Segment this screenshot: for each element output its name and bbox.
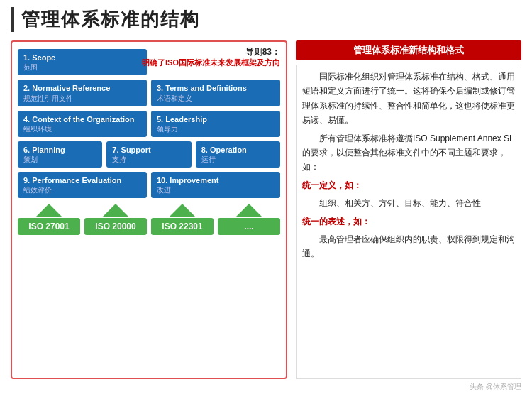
cell-support: 7. Support 支持 — [106, 141, 191, 168]
right-section-title-1: 统一定义，如： — [302, 178, 515, 192]
left-panel: 导则83： 明确了ISO国际标准未来发展框架及方向 1. Scope 范围 2.… — [11, 40, 287, 379]
cell-normative-sub: 规范性引用文件 — [23, 94, 141, 103]
cell-performance: 9. Performance Evaluation 绩效评价 — [18, 172, 147, 198]
cell-performance-title: 9. Performance Evaluation — [23, 175, 141, 185]
right-section-content-1: 组织、相关方、方针、目标、能力、符合性 — [302, 196, 515, 210]
cell-leadership: 5. Leadership 领导力 — [151, 111, 280, 137]
iso-badge-4: .... — [218, 218, 280, 235]
arrow-icon-4 — [236, 204, 262, 217]
cell-normative: 2. Normative Reference 规范性引用文件 — [18, 80, 147, 106]
cell-context-title: 4. Context of the Organization — [23, 114, 141, 124]
cell-leadership-sub: 领导力 — [157, 124, 275, 133]
cell-improvement-title: 10. Improvement — [157, 175, 275, 185]
title-row: 管理体系标准的结构 — [11, 7, 521, 32]
content-area: 导则83： 明确了ISO国际标准未来发展框架及方向 1. Scope 范围 2.… — [11, 40, 521, 379]
cell-terms-sub: 术语和定义 — [157, 94, 275, 103]
footer-watermark: 头条 @体系管理 — [470, 382, 521, 392]
cell-improvement-sub: 改进 — [157, 185, 275, 195]
cell-planning: 6. Planning 策划 — [18, 141, 102, 168]
cell-context: 4. Context of the Organization 组织环境 — [18, 111, 147, 137]
grid-row-3: 4. Context of the Organization 组织环境 5. L… — [18, 111, 280, 137]
arrow-icon-3 — [170, 204, 195, 217]
grid-rows: 1. Scope 范围 2. Normative Reference 规范性引用… — [18, 49, 280, 198]
iso-badge-3: ISO 22301 — [151, 218, 214, 235]
right-body: 国际标准化组织对管理体系标准在结构、格式、通用短语和定义方面进行了统一。这将确保… — [296, 65, 521, 379]
right-panel: 管理体系标准新结构和格式 国际标准化组织对管理体系标准在结构、格式、通用短语和定… — [296, 40, 521, 379]
cell-scope-title: 1. Scope — [23, 53, 141, 62]
footer: 头条 @体系管理 — [11, 382, 521, 392]
iso-badge-2: ISO 20000 — [84, 218, 147, 235]
cell-scope: 1. Scope 范围 — [18, 49, 147, 75]
cell-support-sub: 支持 — [112, 155, 185, 164]
arrow-icon-1 — [36, 204, 62, 217]
cell-planning-sub: 策划 — [23, 155, 96, 164]
cell-operation: 8. Operation 运行 — [196, 141, 280, 168]
cell-operation-title: 8. Operation — [201, 145, 275, 155]
cell-performance-sub: 绩效评价 — [23, 185, 141, 195]
grid-row-2: 2. Normative Reference 规范性引用文件 3. Terms … — [18, 80, 280, 106]
right-para-2: 所有管理体系标准将遵循ISO Supplement Annex SL的要求，以便… — [302, 131, 515, 175]
iso-col-1: ISO 27001 — [18, 204, 80, 235]
iso-col-4: .... — [218, 204, 280, 235]
right-para-1: 国际标准化组织对管理体系标准在结构、格式、通用短语和定义方面进行了统一。这将确保… — [302, 70, 515, 128]
cell-improvement: 10. Improvement 改进 — [151, 172, 280, 198]
iso-row: ISO 27001 ISO 20000 ISO 22301 .... — [18, 204, 280, 235]
right-section-content-2: 最高管理者应确保组织内的职责、权限得到规定和沟通。 — [302, 232, 515, 261]
iso-col-3: ISO 22301 — [151, 204, 214, 235]
iso-badge-1: ISO 27001 — [18, 218, 80, 235]
grid-row-5: 9. Performance Evaluation 绩效评价 10. Impro… — [18, 172, 280, 198]
right-header: 管理体系标准新结构和格式 — [296, 40, 521, 60]
page-title: 管理体系标准的结构 — [21, 7, 200, 32]
guideline-label: 导则83： — [245, 46, 280, 58]
cell-planning-title: 6. Planning — [23, 145, 96, 155]
cell-operation-sub: 运行 — [201, 155, 275, 164]
cell-terms: 3. Terms and Definitions 术语和定义 — [151, 80, 280, 106]
cell-terms-title: 3. Terms and Definitions — [157, 83, 275, 93]
iso-col-2: ISO 20000 — [84, 204, 147, 235]
cell-leadership-title: 5. Leadership — [157, 114, 275, 124]
cell-support-title: 7. Support — [112, 145, 185, 155]
cell-context-sub: 组织环境 — [23, 124, 141, 133]
cell-scope-sub: 范围 — [23, 62, 141, 72]
arrow-icon-2 — [103, 204, 128, 217]
guideline-desc: 明确了ISO国际标准未来发展框架及方向 — [142, 58, 280, 68]
grid-row-4: 6. Planning 策划 7. Support 支持 8. Operatio… — [18, 141, 280, 168]
cell-normative-title: 2. Normative Reference — [23, 83, 141, 93]
right-section-title-2: 统一的表述，如： — [302, 214, 515, 229]
page: 管理体系标准的结构 导则83： 明确了ISO国际标准未来发展框架及方向 1. S… — [0, 0, 532, 399]
